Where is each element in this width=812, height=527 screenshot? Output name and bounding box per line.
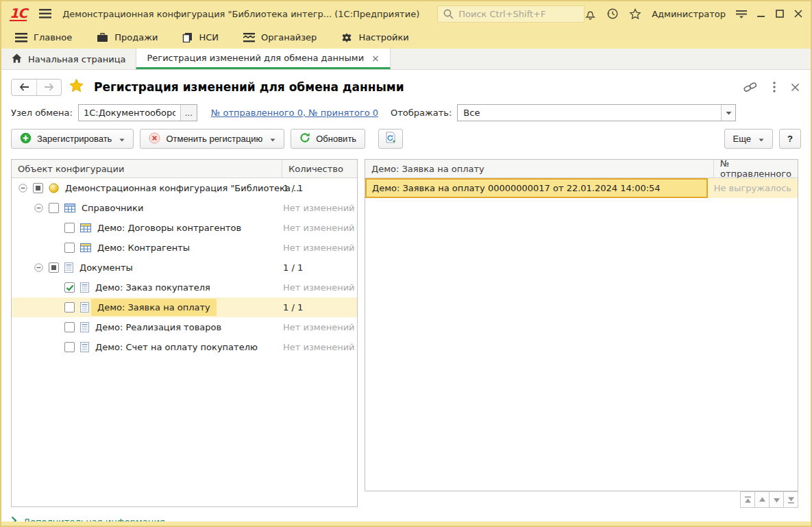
tree-row-label: Демо: Заявка на оплату xyxy=(91,299,217,316)
column-object[interactable]: Объект конфигурации xyxy=(12,160,282,177)
forward-button[interactable] xyxy=(36,79,61,95)
1c-logo-icon: 1С xyxy=(10,6,27,21)
favorite-star-icon[interactable] xyxy=(69,78,84,96)
list-navigation xyxy=(365,491,798,508)
back-button[interactable] xyxy=(12,79,36,95)
document-group-icon xyxy=(64,262,73,273)
tree-row[interactable]: Демо: КонтрагентыНет изменений xyxy=(12,238,357,258)
additional-info-link[interactable]: Дополнительная информация xyxy=(23,517,165,527)
list-row[interactable]: Демо: Заявка на оплату 00000000017 от 22… xyxy=(365,178,798,198)
document-icon xyxy=(80,322,89,332)
menubar-item[interactable]: НСИ xyxy=(182,32,219,42)
tab-home[interactable]: Начальная страница xyxy=(1,49,136,69)
close-form-icon[interactable] xyxy=(791,83,800,92)
organizer-icon xyxy=(243,33,255,42)
tabstrip: Начальная страница Регистрация изменений… xyxy=(1,49,811,70)
tree-row[interactable]: Демонстрационная конфигурация "Библиотек… xyxy=(12,178,357,198)
more-label: Еще xyxy=(733,134,751,144)
parameters-row: Узел обмена: ... № отправленного 0, № пр… xyxy=(1,101,811,127)
registration-checkbox[interactable] xyxy=(64,322,75,332)
choose-node-button[interactable]: ... xyxy=(180,105,197,121)
catalog-icon xyxy=(80,223,91,232)
document-icon xyxy=(80,282,89,293)
collapse-node-icon[interactable] xyxy=(19,184,27,193)
tree-row-label: Демо: Счет на оплату покупателю xyxy=(95,340,258,354)
more-menu-icon[interactable] xyxy=(773,82,776,93)
catalogs-icon xyxy=(182,32,193,42)
collapse-node-icon[interactable] xyxy=(34,204,43,212)
more-dropdown-icon xyxy=(759,134,764,144)
page-title: Регистрация изменений для обмена данными xyxy=(94,80,404,94)
column-document[interactable]: Демо: Заявка на оплату xyxy=(365,160,713,177)
column-count[interactable]: Количество xyxy=(282,160,357,177)
registration-checkbox[interactable] xyxy=(64,282,75,293)
registration-checkbox[interactable] xyxy=(49,203,59,213)
more-button[interactable]: Еще xyxy=(724,129,773,149)
refresh-button[interactable]: Обновить xyxy=(291,129,365,149)
tree-row[interactable]: Документы1 / 1 xyxy=(12,258,357,278)
export-changes-button[interactable] xyxy=(378,129,403,149)
get-link-icon[interactable] xyxy=(743,81,758,93)
go-next-button[interactable] xyxy=(769,491,784,508)
menubar-item-label: Главное xyxy=(34,32,72,42)
menubar-item-label: Настройки xyxy=(358,32,408,42)
go-previous-button[interactable] xyxy=(754,491,770,508)
form-header: Регистрация изменений для обмена данными xyxy=(1,70,811,101)
briefcase-icon xyxy=(97,32,108,42)
registration-checkbox[interactable] xyxy=(64,223,75,233)
tree-row[interactable]: Демо: Заявка на оплату1 / 1 xyxy=(12,297,357,317)
registration-checkbox[interactable] xyxy=(33,183,43,193)
menubar-item-label: Органайзер xyxy=(261,32,317,42)
tab-registration-changes[interactable]: Регистрация изменений для обмена данными… xyxy=(136,49,390,69)
close-window-icon[interactable] xyxy=(794,10,802,18)
cancel-registration-button[interactable]: Отменить регистрацию xyxy=(140,129,284,149)
registration-checkbox[interactable] xyxy=(49,262,59,273)
tree-row-count: 1 / 1 xyxy=(283,183,303,193)
tree-row-count: 1 / 1 xyxy=(283,262,303,273)
tree-row[interactable]: Демо: Заказ покупателяНет изменений xyxy=(12,278,357,297)
menubar-item[interactable]: Главное xyxy=(15,32,72,42)
gear-icon xyxy=(341,32,352,43)
go-last-button[interactable] xyxy=(783,491,798,508)
column-sent-number[interactable]: № отправленного xyxy=(713,160,798,177)
menubar-item[interactable]: Органайзер xyxy=(243,32,317,42)
register-dropdown-icon xyxy=(119,134,125,144)
message-numbers-link[interactable]: № отправленного 0, № принятого 0 xyxy=(211,108,378,118)
display-filter-select[interactable]: Все xyxy=(457,104,736,121)
home-icon xyxy=(12,53,22,65)
dropdown-arrow-icon[interactable] xyxy=(721,105,735,121)
notifications-bell-icon[interactable] xyxy=(585,8,596,20)
maximize-icon[interactable] xyxy=(776,10,784,18)
tree-row-count: Нет изменений xyxy=(283,342,355,352)
minimize-icon[interactable] xyxy=(757,10,765,18)
collapse-node-icon[interactable] xyxy=(34,263,43,272)
main-menu-icon[interactable] xyxy=(39,9,51,19)
tree-row[interactable]: СправочникиНет изменений xyxy=(12,198,357,218)
tree-header: Объект конфигурации Количество xyxy=(12,160,357,178)
register-button[interactable]: Зарегистрировать xyxy=(11,129,134,149)
footer: Дополнительная информация xyxy=(1,508,811,527)
tree-row[interactable]: Демо: Реализация товаровНет изменений xyxy=(12,317,357,337)
history-icon[interactable] xyxy=(606,8,619,20)
menubar-item-label: Продажи xyxy=(114,32,158,42)
exchange-node-input[interactable] xyxy=(79,105,180,121)
current-user-label[interactable]: Администратор xyxy=(652,9,726,19)
menubar-item[interactable]: Настройки xyxy=(341,32,408,43)
cancel-dropdown-icon xyxy=(270,134,275,144)
tree-row[interactable]: Демо: Счет на оплату покупателюНет измен… xyxy=(12,337,357,357)
search-icon xyxy=(443,9,454,19)
global-search-input[interactable]: Поиск Ctrl+Shift+F xyxy=(437,5,585,23)
go-first-button[interactable] xyxy=(740,491,755,508)
registration-checkbox[interactable] xyxy=(64,302,75,312)
titlebar: 1С Демонстрационная конфигурация "Библио… xyxy=(1,1,811,26)
expand-group-chevron-icon[interactable] xyxy=(11,516,17,527)
tree-row[interactable]: Демо: Договоры контрагентовНет изменений xyxy=(12,218,357,238)
tab-close-icon[interactable]: × xyxy=(371,53,380,64)
favorites-star-icon[interactable] xyxy=(629,8,641,20)
main-area: Объект конфигурации Количество Демонстра… xyxy=(1,154,811,508)
help-button[interactable]: ? xyxy=(779,129,801,149)
registration-checkbox[interactable] xyxy=(64,243,75,253)
registration-checkbox[interactable] xyxy=(64,342,75,352)
menubar-item[interactable]: Продажи xyxy=(97,32,158,42)
view-settings-icon[interactable] xyxy=(736,10,747,19)
